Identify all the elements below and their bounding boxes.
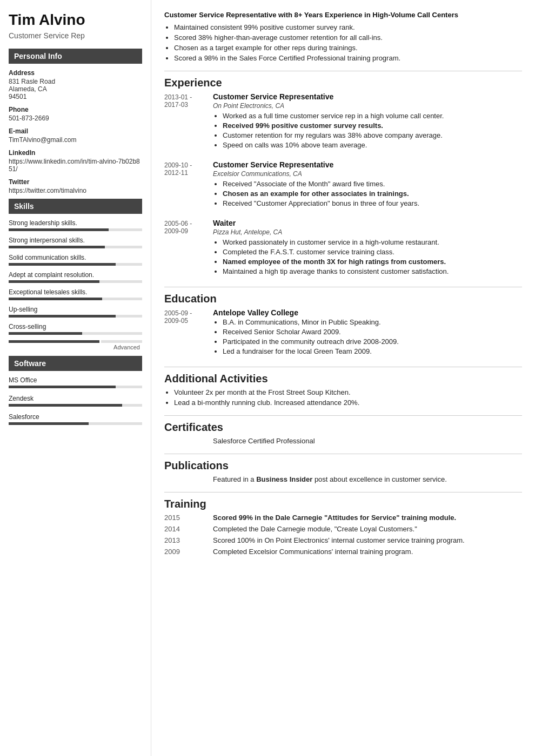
software-salesforce: Salesforce	[9, 413, 142, 425]
candidate-name: Tim Alvino	[9, 11, 142, 29]
experience-bullets-1: Worked as a full time customer service r…	[213, 112, 522, 149]
experience-dates-3: 2005-06 -2009-09	[164, 219, 213, 277]
skill-crossselling-label: Cross-selling	[9, 323, 142, 330]
skill-complaint-bar	[9, 280, 142, 283]
experience-content-3: Waiter Pizza Hut, Antelope, CA Worked pa…	[213, 219, 522, 277]
personal-info-header: Personal Info	[9, 49, 142, 64]
software-zendesk: Zendesk	[9, 395, 142, 407]
activity-bullet-1: Volunteer 2x per month at the Frost Stre…	[174, 388, 522, 396]
skill-communication-bar	[9, 263, 142, 266]
experience-dates-2: 2009-10 -2012-11	[164, 160, 213, 209]
exp1-bullet-4: Speed on calls was 10% above team averag…	[223, 141, 522, 149]
experience-bullets-2: Received "Associate of the Month" award …	[213, 180, 522, 207]
exp3-bullet-2: Completed the F.A.S.T. customer service …	[223, 248, 522, 256]
edu-bullet-3: Participated in the community outreach d…	[223, 338, 522, 346]
software-msoffice-label: MS Office	[9, 376, 142, 384]
advanced-label: Advanced	[113, 344, 140, 350]
exp2-bullet-3: Received "Customer Appreciation" bonus i…	[223, 199, 522, 207]
experience-bullets-3: Worked passionately in customer service …	[213, 238, 522, 275]
experience-dates-1: 2013-01 -2017-03	[164, 92, 213, 151]
training-entry-2: 2014 Completed the Dale Carnegie module,…	[164, 525, 522, 533]
experience-content-1: Customer Service Representative On Point…	[213, 92, 522, 151]
skill-leadership: Strong leadership skills.	[9, 219, 142, 231]
exp3-bullet-3: Named employee of the month 3X for high …	[223, 258, 522, 266]
training-year-2: 2014	[164, 525, 213, 533]
software-zendesk-label: Zendesk	[9, 395, 142, 402]
summary-bullet-1: Maintained consistent 99% positive custo…	[174, 23, 522, 31]
summary-bullet-2: Scored 38% higher-than-average customer …	[174, 33, 522, 42]
experience-subtitle-3: Pizza Hut, Antelope, CA	[213, 228, 522, 236]
address-label: Address	[9, 69, 142, 77]
training-entry-4: 2009 Completed Excelsior Communications'…	[164, 548, 522, 556]
skill-interpersonal: Strong interpersonal skills.	[9, 237, 142, 248]
exp3-bullet-1: Worked passionately in customer service …	[223, 238, 522, 246]
email-label: E-mail	[9, 127, 142, 135]
experience-entry-3: 2005-06 -2009-09 Waiter Pizza Hut, Antel…	[164, 219, 522, 277]
training-text-4: Completed Excelsior Communications' inte…	[213, 548, 522, 556]
skill-complaint-label: Adept at complaint resolution.	[9, 271, 142, 279]
training-text-1: Scored 99% in the Dale Carnegie "Attitud…	[213, 514, 522, 522]
experience-header: Experience	[164, 77, 522, 89]
experience-entry-2: 2009-10 -2012-11 Customer Service Repres…	[164, 160, 522, 209]
experience-subtitle-2: Excelsior Communications, CA	[213, 170, 522, 178]
edu-bullet-1: B.A. in Communications, Minor in Public …	[223, 318, 522, 326]
experience-title-2: Customer Service Representative	[213, 160, 522, 169]
education-entry-1: 2005-09 -2009-05 Antelope Valley College…	[164, 308, 522, 357]
training-text-2: Completed the Dale Carnegie module, "Cre…	[213, 525, 522, 533]
skill-telesales: Exceptional telesales skills.	[9, 288, 142, 300]
training-year-3: 2013	[164, 536, 213, 544]
exp1-bullet-2: Received 99% positive customer survey re…	[223, 122, 522, 130]
edu-bullet-2: Received Senior Scholar Award 2009.	[223, 328, 522, 336]
skill-telesales-bar	[9, 298, 142, 300]
training-year-1: 2015	[164, 514, 213, 522]
activities-header: Additional Activities	[164, 373, 522, 385]
exp3-bullet-4: Maintained a high tip average thanks to …	[223, 267, 522, 275]
address-value: 831 Rasle RoadAlameda, CA94501	[9, 78, 142, 100]
education-dates-1: 2005-09 -2009-05	[164, 308, 213, 357]
software-salesforce-bar	[9, 422, 142, 425]
twitter-label: Twitter	[9, 178, 142, 186]
phone-value: 501-873-2669	[9, 114, 142, 122]
skill-communication: Solid communication skills.	[9, 254, 142, 266]
education-title-1: Antelope Valley College	[213, 308, 522, 317]
summary-bullet-4: Scored a 98% in the Sales Force Certifie…	[174, 54, 522, 62]
software-header: Software	[9, 356, 142, 371]
education-header: Education	[164, 293, 522, 305]
education-bullets-1: B.A. in Communications, Minor in Public …	[213, 318, 522, 355]
skill-leadership-bar	[9, 228, 142, 231]
activities-bullets: Volunteer 2x per month at the Frost Stre…	[164, 388, 522, 407]
activity-bullet-2: Lead a bi-monthly running club. Increase…	[174, 399, 522, 407]
skill-communication-label: Solid communication skills.	[9, 254, 142, 261]
experience-subtitle-1: On Point Electronics, CA	[213, 102, 522, 110]
summary-bullet-3: Chosen as a target example for other rep…	[174, 44, 522, 52]
skill-interpersonal-bar	[9, 246, 142, 248]
skills-header: Skills	[9, 199, 142, 214]
linkedin-value: https://www.linkedin.com/in/tim-alvino-7…	[9, 158, 142, 173]
sidebar: Tim Alvino Customer Service Rep Personal…	[0, 0, 151, 756]
summary-bullets: Maintained consistent 99% positive custo…	[164, 23, 522, 62]
skill-complaint: Adept at complaint resolution.	[9, 271, 142, 283]
main-content: Customer Service Representative with 8+ …	[151, 0, 535, 756]
experience-title-1: Customer Service Representative	[213, 92, 522, 101]
experience-content-2: Customer Service Representative Excelsio…	[213, 160, 522, 209]
skill-upselling: Up-selling	[9, 306, 142, 318]
summary-title: Customer Service Representative with 8+ …	[164, 11, 522, 19]
education-content-1: Antelope Valley College B.A. in Communic…	[213, 308, 522, 357]
training-entry-1: 2015 Scored 99% in the Dale Carnegie "At…	[164, 514, 522, 522]
software-salesforce-label: Salesforce	[9, 413, 142, 421]
software-zendesk-bar	[9, 404, 142, 407]
candidate-job-title: Customer Service Rep	[9, 31, 142, 40]
skill-crossselling-bar	[9, 332, 142, 335]
software-msoffice: MS Office	[9, 376, 142, 388]
email-value: TimTAlvino@gmail.com	[9, 136, 142, 144]
software-msoffice-bar	[9, 386, 142, 388]
training-header: Training	[164, 498, 522, 510]
training-year-4: 2009	[164, 548, 213, 556]
skill-upselling-bar	[9, 315, 142, 318]
skill-telesales-label: Exceptional telesales skills.	[9, 288, 142, 296]
certificates-value: Salesforce Certified Professional	[164, 437, 522, 445]
exp2-bullet-2: Chosen as an example for other associate…	[223, 190, 522, 198]
skill-crossselling: Cross-selling	[9, 323, 142, 335]
certificates-header: Certificates	[164, 421, 522, 434]
training-text-3: Scored 100% in On Point Electronics' int…	[213, 536, 522, 544]
